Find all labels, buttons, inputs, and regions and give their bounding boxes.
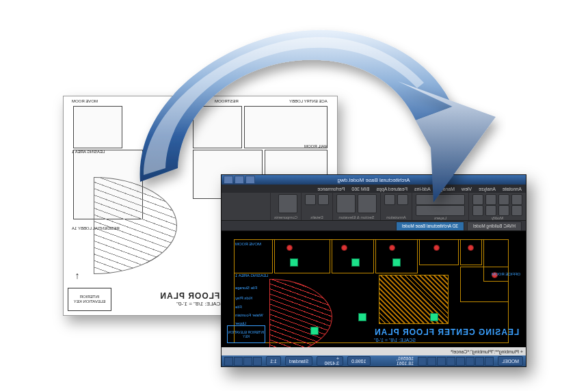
cad-tabstrip: HVAC Building Model 3D Architectural Bas… [222,221,526,231]
ribbon-panel-annotation: Annotation [380,193,412,220]
tool-button[interactable] [305,194,316,205]
cad-fixture [310,327,319,335]
north-arrow-icon: ↑ [70,269,84,282]
status-toggle[interactable] [234,357,243,366]
tool-button[interactable] [485,194,496,205]
status-toggle[interactable] [253,357,262,366]
menu-item[interactable]: View [462,187,472,191]
elevation-button[interactable] [336,194,356,213]
tool-button[interactable] [511,194,522,205]
minimize-button[interactable] [224,176,233,184]
tool-button[interactable] [397,194,408,205]
cad-viewport[interactable]: MOVE ROOM LEASING AREA 1 File Storage Ki… [222,231,526,347]
cad-commandline[interactable]: + Plumbing**:"Plumbing":*Cancel* [222,347,526,355]
cad-room [332,239,374,273]
tool-button[interactable] [498,205,509,216]
status-toggle[interactable] [485,357,494,366]
conversion-illustration: MOVE ROOM LEASING AREA 1 ACE ENTRY LOBBY… [0,0,588,391]
ribbon-panel-label: Annotation [384,215,408,219]
ribbon-panel-section: Section & Elevation [332,193,380,220]
layer-dropdown[interactable] [416,194,465,205]
paper-label-move-room: MOVE ROOM [72,99,98,104]
cad-room [419,239,459,265]
ribbon-panel-label: Details [305,215,329,219]
paper-staircase [94,177,177,274]
cad-marker [341,245,347,251]
drawing-tab-active[interactable]: 3D Architectural Base Model [396,221,464,230]
tool-button[interactable] [511,205,522,216]
status-toggle[interactable] [475,357,484,366]
cad-fixture [290,258,298,267]
cad-statusbar: MODEL 166591, 18.1061 1098.0 + 3.4290 St… [222,355,526,366]
status-zoom[interactable]: + 3.4290 [317,356,343,366]
tool-button[interactable] [384,194,395,205]
maximize-button[interactable] [235,176,244,184]
paper-room [193,106,242,148]
ribbon-panel-modify: Modify [468,193,526,220]
cad-label-office: OFFICE ROOM [492,272,520,276]
cad-room [375,239,418,273]
ribbon-panel-components: Components [270,193,301,220]
cad-label-file: File [235,305,242,309]
window-controls [224,176,255,184]
section-button[interactable] [358,194,377,213]
status-model-button[interactable]: MODEL [498,356,523,366]
cad-label-water: Water Fountain [235,313,263,317]
paper-label-leasing: LEASING AREA 1 [72,150,105,154]
cad-drawing-titleblock: LEASING CENTER FLOOR PLAN SCALE: 1/8" = … [374,327,519,343]
cad-commandline-text: + Plumbing**:"Plumbing":*Cancel* [451,349,523,354]
status-toggle[interactable] [437,357,446,366]
menu-item[interactable]: Performance [317,187,345,191]
status-toggle-group [418,357,494,366]
status-toggle[interactable] [243,357,252,366]
status-toggle[interactable] [466,357,475,366]
cad-elevation-key: INTERIOR ELEVATION KEY [227,325,265,343]
ribbon-panel-details: Details [301,193,332,220]
status-view-toggles [224,357,262,366]
ribbon-panel-label: Modify [472,216,522,220]
cad-label-kids: Kids Play [235,296,252,300]
cad-drawing-title: LEASING CENTER FLOOR PLAN [374,327,519,337]
cad-drawing-scale: SCALE: 1/8" = 1'-0" [374,338,519,343]
menu-item[interactable]: Annotate [503,187,522,191]
menu-item[interactable]: Featured Apps [376,187,407,191]
status-toggle[interactable] [418,357,427,366]
paper-room [73,106,122,148]
menu-item[interactable]: Add-ins [414,187,431,191]
status-paper[interactable]: 1098.0 [347,356,370,366]
status-toggle[interactable] [456,357,465,366]
cad-menubar: Annotate Analyze View Manage Add-ins Fea… [222,185,526,193]
components-button[interactable] [278,194,297,213]
close-button[interactable] [245,176,255,184]
status-annoscale[interactable]: 1:1 [266,356,281,366]
layer-state-dropdown[interactable] [416,205,465,216]
cad-fixture [358,313,366,321]
tool-button[interactable] [498,194,509,205]
status-toggle[interactable] [427,357,436,366]
tool-button[interactable] [472,194,483,205]
tool-button[interactable] [472,205,483,216]
paper-label-reslobby: RESIDENTIAL LOBBY 1A [72,226,120,231]
status-toggle[interactable] [224,357,233,366]
cad-fixture [430,313,438,321]
cad-label-leasing: LEASING AREA 1 [235,273,268,278]
cad-titlebar[interactable]: Architectural Base Model.dwg [222,175,526,185]
cad-marker [433,245,440,251]
tool-button[interactable] [485,205,496,216]
menu-item[interactable]: Manage [438,187,455,191]
cad-fixture [392,258,401,267]
drawing-tab[interactable]: HVAC Building Model [467,221,522,230]
cad-ribbon: Modify Layers Annotation Section & E [222,193,526,221]
cad-marker [389,245,395,251]
status-toggle[interactable] [446,357,455,366]
ribbon-panel-label: Section & Elevation [336,215,377,219]
paper-label-mailroom: MAIL ROOM [304,144,328,149]
menu-item[interactable]: BIM 360 [351,187,369,191]
tool-button[interactable] [318,194,329,205]
cad-window-title: Architectural Base Model.dwg [338,177,410,183]
paper-room [244,106,328,148]
ribbon-panel-label: Layers [416,216,465,220]
paper-label-restroom: RESTROOM [215,99,239,104]
status-visualstyle[interactable]: Standard [285,356,312,366]
menu-item[interactable]: Analyze [479,187,496,191]
